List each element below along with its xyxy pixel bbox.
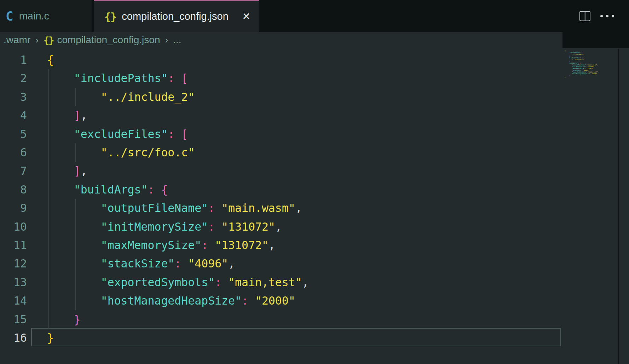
code-editor[interactable]: 1{2 "includePaths": [3 "../include_2"4 ]… <box>0 48 629 364</box>
code-text: "hostManagedHeapSize": "2000" <box>47 291 295 310</box>
c-file-icon: C <box>6 9 13 23</box>
breadcrumb: .wamr › {} compilation_config.json › ... <box>0 32 562 48</box>
line-number[interactable]: 6 <box>0 143 27 162</box>
code-text: "../src/foo.c" <box>47 143 195 162</box>
code-text: "exportedSymbols": "main,test", <box>47 273 309 291</box>
code-text: } <box>47 310 81 329</box>
line-number[interactable]: 7 <box>0 162 27 180</box>
tab-label: compilation_config.json <box>122 11 228 22</box>
code-text: "excludeFiles": [ <box>47 125 188 143</box>
line-number[interactable]: 16 <box>0 329 27 347</box>
split-editor-icon[interactable] <box>579 11 590 21</box>
line-number[interactable]: 1 <box>0 51 27 69</box>
code-text: ], <box>47 162 87 180</box>
code-line[interactable]: 1{ <box>0 51 629 69</box>
tabbar-overflow-area <box>562 32 629 49</box>
line-number[interactable]: 15 <box>0 310 27 329</box>
code-text: "maxMemorySize": "131072", <box>47 236 275 254</box>
code-text: "buildArgs": { <box>47 180 168 199</box>
code-line[interactable]: 6 "../src/foo.c" <box>0 143 629 162</box>
line-number[interactable]: 2 <box>0 69 27 87</box>
tab-main-c[interactable]: C main.c <box>0 0 93 32</box>
code-line[interactable]: 12 "stackSize": "4096", <box>0 254 629 273</box>
line-number[interactable]: 12 <box>0 254 27 273</box>
line-number[interactable]: 9 <box>0 199 27 217</box>
code-text: "../include_2" <box>47 88 195 106</box>
code-line[interactable]: 5 "excludeFiles": [ <box>0 125 629 143</box>
code-text: { <box>47 51 54 69</box>
chevron-right-icon: › <box>35 35 39 46</box>
minimap[interactable]: { "includePaths": [ "../include_2" ], "e… <box>562 49 618 364</box>
breadcrumb-item-symbol[interactable]: ... <box>173 34 181 46</box>
line-number[interactable]: 5 <box>0 125 27 143</box>
code-text: ], <box>47 106 87 125</box>
code-line[interactable]: 3 "../include_2" <box>0 88 629 106</box>
minimap-content: { "includePaths": [ "../include_2" ], "e… <box>565 50 599 78</box>
code-line[interactable]: 13 "exportedSymbols": "main,test", <box>0 273 629 291</box>
line-number[interactable]: 13 <box>0 273 27 291</box>
more-actions-icon[interactable] <box>600 15 614 17</box>
code-text: "initMemorySize": "131072", <box>47 218 282 236</box>
tab-compilation-config-json[interactable]: {} compilation_config.json ✕ <box>94 0 259 32</box>
editor-actions <box>558 0 629 32</box>
minimap-right-border <box>618 49 619 364</box>
line-number[interactable]: 11 <box>0 236 27 254</box>
json-braces-icon: {} <box>104 10 116 23</box>
code-line[interactable]: 14 "hostManagedHeapSize": "2000" <box>0 291 629 310</box>
json-braces-icon: {} <box>44 35 54 46</box>
tab-label: main.c <box>19 10 49 22</box>
breadcrumb-item-wamr[interactable]: .wamr <box>4 34 30 46</box>
code-line[interactable]: 9 "outputFileName": "main.wasm", <box>0 199 629 217</box>
code-line[interactable]: 2 "includePaths": [ <box>0 69 629 87</box>
code-text: "outputFileName": "main.wasm", <box>47 199 302 217</box>
code-line[interactable]: 16} <box>0 329 629 347</box>
line-number[interactable]: 14 <box>0 291 27 310</box>
code-line[interactable]: 7 ], <box>0 162 629 180</box>
code-line[interactable]: 4 ], <box>0 106 629 125</box>
code-line[interactable]: 10 "initMemorySize": "131072", <box>0 218 629 236</box>
chevron-right-icon: › <box>165 35 168 46</box>
tab-close-icon[interactable]: ✕ <box>242 12 250 22</box>
breadcrumb-item-file[interactable]: compilation_config.json <box>57 34 160 46</box>
code-line[interactable]: 15 } <box>0 310 629 329</box>
code-line[interactable]: 11 "maxMemorySize": "131072", <box>0 236 629 254</box>
code-text: "includePaths": [ <box>47 69 188 87</box>
code-line[interactable]: 8 "buildArgs": { <box>0 180 629 199</box>
line-number[interactable]: 3 <box>0 88 27 106</box>
editor-tab-bar: C main.c {} compilation_config.json ✕ <box>0 0 629 32</box>
code-text: "stackSize": "4096", <box>47 254 235 273</box>
line-number[interactable]: 8 <box>0 180 27 199</box>
line-number[interactable]: 4 <box>0 106 27 125</box>
line-number[interactable]: 10 <box>0 218 27 236</box>
code-text: } <box>47 329 54 347</box>
